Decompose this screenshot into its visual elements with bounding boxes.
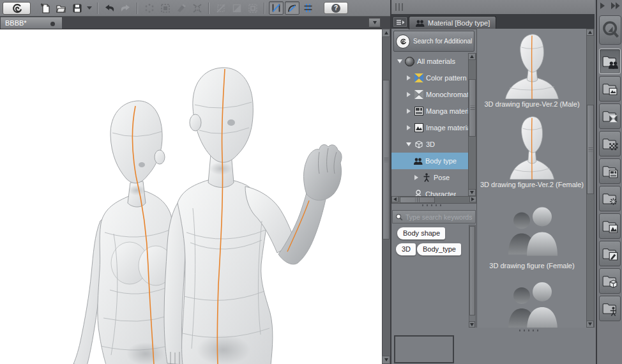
select-area-button[interactable] [158, 1, 172, 15]
tree-scroll-thumb[interactable] [469, 79, 476, 137]
palette-title-bar[interactable] [391, 0, 595, 15]
deselect-button[interactable] [142, 1, 156, 15]
tone-area-button[interactable] [229, 1, 244, 15]
tag-panel-scrollbar[interactable] [469, 225, 476, 328]
expand-arrow-icon[interactable] [397, 59, 402, 63]
tree-item-image-material[interactable]: Image material [391, 119, 468, 136]
tree-hscroll-thumb[interactable] [400, 197, 435, 203]
male-figure[interactable] [164, 68, 342, 364]
material-scroll-thumb[interactable] [587, 105, 594, 194]
material-item-female-figure[interactable] [497, 204, 568, 261]
scroll-down-button[interactable] [382, 356, 390, 364]
folder-tone-button[interactable] [599, 131, 621, 156]
scroll-down-button[interactable] [468, 189, 476, 196]
tree-vertical-scrollbar[interactable] [468, 53, 476, 196]
tab-list-dropdown-button[interactable] [368, 18, 381, 27]
new-file-button[interactable] [38, 1, 52, 15]
canvas-vertical-scrollbar[interactable] [382, 29, 390, 364]
folder-image-material-button[interactable] [599, 213, 621, 239]
folder-edit-pen-icon [601, 245, 619, 262]
save-button[interactable] [70, 1, 84, 15]
folder-color-pattern-button[interactable] [599, 76, 621, 102]
tag-body-shape[interactable]: Body shape [397, 227, 445, 239]
select-pen-button[interactable] [174, 1, 188, 15]
expand-arrow-icon[interactable] [406, 142, 411, 146]
folder-body-type-button[interactable] [599, 49, 621, 74]
snap-ruler-icon [271, 3, 282, 13]
tree-item-character[interactable]: Character [391, 186, 468, 196]
dock-collapse-all-button[interactable] [609, 1, 622, 11]
folder-3d-button[interactable] [599, 268, 621, 294]
splitter-grip[interactable] [422, 204, 444, 206]
material-item-partial[interactable] [497, 281, 568, 328]
undo-button[interactable] [102, 1, 117, 15]
scroll-up-button[interactable] [468, 53, 476, 60]
material-item-male-ver2[interactable] [500, 31, 564, 102]
folder-pose-button[interactable] [599, 296, 621, 321]
material-label[interactable]: 3D drawing figure (Female) [477, 262, 586, 269]
canvas-area[interactable] [0, 29, 382, 364]
csp-logo-button[interactable] [3, 2, 31, 15]
tag-scroll-thumb[interactable] [469, 226, 475, 315]
folder-image-material-icon [601, 217, 619, 235]
folder-manga-material-button[interactable] [599, 158, 621, 184]
tree-item-pose[interactable]: Pose [391, 169, 468, 186]
folder-monochromatic-button[interactable] [599, 103, 621, 129]
tag-body-type[interactable]: Body_type [417, 243, 461, 255]
snap-to-ruler-button[interactable] [269, 1, 284, 15]
material-item-female-ver2[interactable] [500, 113, 564, 182]
double-chevron-icon [610, 2, 621, 10]
folder-3d-cube-icon [601, 272, 619, 290]
material-label[interactable]: 3D drawing figure-Ver.2 (Male) [477, 100, 586, 108]
scroll-up-button[interactable] [586, 29, 594, 36]
canvas-3d-figures[interactable] [0, 29, 382, 364]
collapse-arrow-icon[interactable] [406, 92, 411, 97]
drag-grip-icon[interactable] [395, 3, 403, 11]
search-keywords-field[interactable]: Type search keywords [392, 210, 476, 224]
help-icon: ? [331, 4, 340, 13]
folder-edit-button[interactable] [599, 241, 621, 266]
tree-item-3d[interactable]: 3D [391, 136, 468, 153]
material-list: 3D drawing figure-Ver.2 (Male) [476, 29, 586, 328]
collapse-arrow-icon[interactable] [413, 175, 419, 180]
redo-button[interactable] [118, 1, 133, 15]
tree-item-body-type[interactable]: Body type [391, 153, 468, 169]
tree-item-all-materials[interactable]: All materials [391, 53, 468, 70]
collapse-arrow-icon[interactable] [406, 109, 411, 114]
tag-3d[interactable]: 3D [396, 243, 416, 255]
snap-to-special-ruler-button[interactable] [285, 1, 300, 15]
scroll-down-button[interactable] [469, 321, 475, 328]
shrink-selection-button[interactable] [190, 1, 204, 15]
disable-draw-button[interactable] [213, 1, 228, 15]
collapse-arrow-icon[interactable] [406, 125, 411, 130]
material-tree: All materials Color pattern [391, 53, 468, 196]
save-dropdown-arrow[interactable] [87, 6, 92, 10]
tree-horizontal-scrollbar[interactable] [391, 196, 476, 204]
scroll-up-button[interactable] [382, 29, 390, 37]
splitter-grip[interactable] [519, 330, 541, 331]
open-file-button[interactable] [54, 1, 68, 15]
canvas-scroll-thumb[interactable] [383, 80, 390, 239]
snap-to-grid-button[interactable] [301, 1, 315, 15]
material-list-scrollbar[interactable] [586, 29, 595, 328]
scroll-down-button[interactable] [586, 321, 594, 328]
tree-item-monochromatic[interactable]: Monochromatic [391, 86, 468, 103]
scroll-right-button[interactable] [469, 196, 476, 202]
frame-border-button[interactable] [245, 1, 260, 15]
dock-expand-button[interactable] [597, 1, 607, 11]
female-figure[interactable] [73, 101, 179, 364]
toolbar-separator [208, 3, 209, 14]
material-palette-tab[interactable]: Material [Body type] [409, 16, 496, 29]
collapse-arrow-icon[interactable] [406, 75, 411, 80]
tree-item-manga-material[interactable]: Manga material [391, 103, 468, 119]
help-button[interactable]: ? [324, 2, 348, 14]
document-tab[interactable]: BBBB* [1, 17, 62, 29]
search-additional-materials-button[interactable]: Search for Additional Ma [393, 31, 474, 52]
scroll-left-button[interactable] [391, 196, 398, 202]
material-search-zoom-button[interactable] [599, 15, 621, 45]
open-folder-icon [56, 3, 67, 14]
tree-item-color-pattern[interactable]: Color pattern [391, 70, 468, 86]
palette-menu-button[interactable] [393, 17, 407, 27]
material-label[interactable]: 3D drawing figure-Ver.2 (Female) [477, 181, 586, 188]
folder-effect-button[interactable] [599, 186, 621, 211]
